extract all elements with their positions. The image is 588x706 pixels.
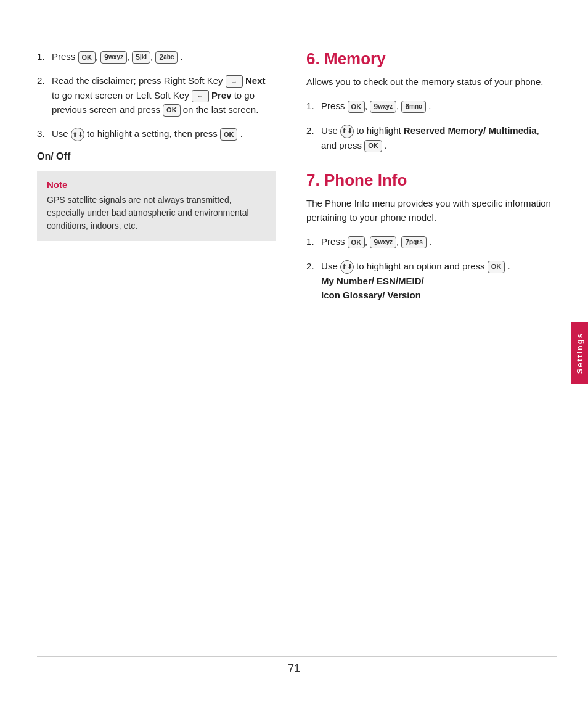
s7-ok-key-1: OK: [348, 236, 365, 248]
prev-label: Prev: [211, 90, 232, 101]
s6-step-content-1: Press OK, 9wxyz, 6mno .: [321, 99, 557, 113]
step-num-2: 2.: [37, 73, 52, 117]
ok-key-1: OK: [78, 51, 96, 64]
s6-step-num-2: 2.: [306, 123, 321, 152]
page-container: 1. Press OK, 9wxyz, 5jkl, 2abc . 2. Read…: [0, 0, 588, 706]
note-text: GPS satellite signals are not always tra…: [47, 194, 266, 232]
step-content-2: Read the disclaimer; press Right Soft Ke…: [52, 73, 276, 117]
s7-step-content-1: Press OK, 9wxyz, 7pqrs .: [321, 234, 557, 248]
s6-key-9wxyz: 9wxyz: [370, 101, 396, 113]
s6-nav-icon: ⬆⬇: [340, 125, 354, 138]
section-6-heading: 6. Memory: [306, 49, 557, 68]
next-label: Next: [245, 75, 266, 86]
key-9wxyz-1: 9wxyz: [100, 51, 127, 64]
s7-ok-key-2: OK: [488, 261, 505, 273]
step-3: 3. Use ⬆⬇ to highlight a setting, then p…: [37, 126, 276, 141]
section-6-desc: Allows you to check out the memory statu…: [306, 75, 557, 89]
s6-ok-key-1: OK: [348, 101, 365, 113]
s7-step-num-2: 2.: [306, 259, 321, 303]
s7-step-2: 2. Use ⬆⬇ to highlight an option and pre…: [306, 259, 557, 303]
s7-key-9wxyz: 9wxyz: [370, 236, 396, 248]
step-2: 2. Read the disclaimer; press Right Soft…: [37, 73, 276, 117]
key-5jkl-1: 5jkl: [132, 51, 150, 64]
s7-bold-text: My Number/ ESN/MEID/Icon Glossary/ Versi…: [321, 276, 424, 300]
sidebar-tab: Settings: [571, 322, 588, 384]
s6-bold-text: Reserved Memory/ Multimedia: [404, 125, 537, 136]
step-num-1: 1.: [37, 49, 52, 64]
note-title: Note: [47, 179, 266, 190]
ok-key-2: OK: [163, 104, 181, 117]
s6-key-6mno: 6mno: [401, 101, 426, 113]
section-7-heading: 7. Phone Info: [306, 171, 557, 190]
step-content-1: Press OK, 9wxyz, 5jkl, 2abc .: [52, 49, 276, 64]
softkey-next-icon: →: [226, 75, 243, 88]
softkey-prev-icon: ←: [192, 90, 209, 102]
note-box: Note GPS satellite signals are not alway…: [37, 171, 276, 241]
s7-step-num-1: 1.: [306, 234, 321, 248]
key-2abc-1: 2abc: [155, 51, 178, 64]
s6-step-2: 2. Use ⬆⬇ to highlight Reserved Memory/ …: [306, 123, 557, 152]
s7-key-7pqrs: 7pqrs: [401, 236, 426, 248]
s6-step-num-1: 1.: [306, 99, 321, 113]
s6-step-1: 1. Press OK, 9wxyz, 6mno .: [306, 99, 557, 113]
nav-icon-3: ⬆⬇: [71, 128, 84, 141]
divider-line: [37, 656, 557, 657]
right-column: 6. Memory Allows you to check out the me…: [294, 49, 557, 657]
s7-step-content-2: Use ⬆⬇ to highlight an option and press …: [321, 259, 557, 303]
left-column: 1. Press OK, 9wxyz, 5jkl, 2abc . 2. Read…: [37, 49, 294, 657]
step-content-3: Use ⬆⬇ to highlight a setting, then pres…: [52, 126, 276, 141]
ok-key-3: OK: [220, 128, 238, 141]
step-num-3: 3.: [37, 126, 52, 141]
on-off-label: On/ Off: [37, 151, 276, 162]
section-7: 7. Phone Info The Phone Info menu provid…: [306, 171, 557, 302]
page-number: 71: [288, 662, 300, 675]
s7-nav-icon: ⬆⬇: [340, 260, 354, 274]
section-7-desc: The Phone Info menu provides you with sp…: [306, 196, 557, 225]
step-1: 1. Press OK, 9wxyz, 5jkl, 2abc .: [37, 49, 276, 64]
s6-step-content-2: Use ⬆⬇ to highlight Reserved Memory/ Mul…: [321, 123, 557, 152]
s6-ok-key-2: OK: [364, 140, 382, 152]
sidebar-label: Settings: [575, 332, 584, 374]
section-6: 6. Memory Allows you to check out the me…: [306, 49, 557, 152]
s7-step-1: 1. Press OK, 9wxyz, 7pqrs .: [306, 234, 557, 248]
